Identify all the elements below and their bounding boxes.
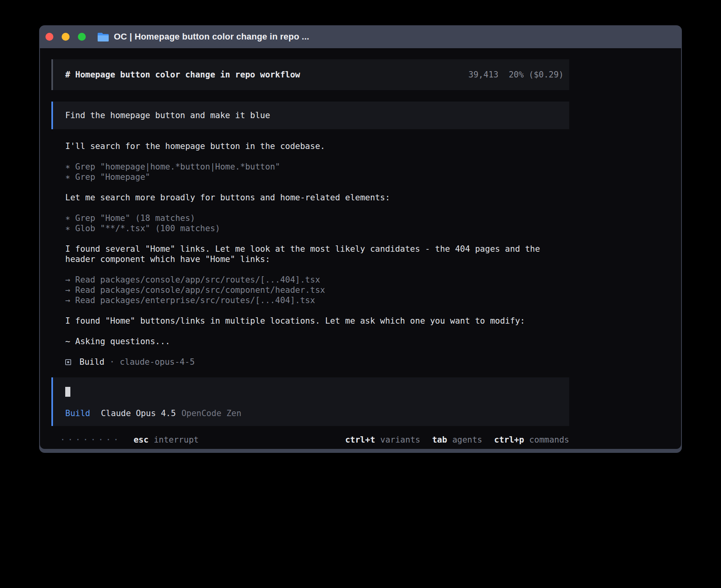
shortcut-variants[interactable]: ctrl+t variants (345, 435, 420, 445)
assistant-text: Let me search more broadly for buttons a… (65, 192, 561, 203)
mode-badge[interactable]: Build (65, 409, 90, 418)
provider-name: OpenCode Zen (181, 409, 242, 418)
prompt-input[interactable]: Build Claude Opus 4.5 OpenCode Zen (51, 377, 569, 426)
tool-call-grep: ∗ Grep "Home" (18 matches) (65, 213, 561, 223)
assistant-text: I found "Home" buttons/links in multiple… (65, 316, 561, 326)
separator-dot: · (109, 357, 115, 367)
agent-mode-icon (65, 359, 71, 365)
assistant-text: I'll search for the homepage button in t… (65, 141, 561, 151)
context-cost: 20% ($0.29) (509, 70, 564, 79)
folder-icon (98, 32, 109, 41)
window-title: OC | Homepage button color change in rep… (114, 32, 309, 42)
tool-call-grep: ∗ Grep "homepage|home.*button|Home.*butt… (65, 162, 561, 172)
agent-status-line: Build · claude-opus-4-5 (65, 357, 561, 367)
status-asking-questions: ~ Asking questions... (65, 336, 561, 347)
minimize-button[interactable] (62, 33, 70, 41)
status-footer: ········ esc interrupt ctrl+t variants t… (51, 435, 569, 445)
esc-shortcut-label: interrupt (154, 435, 199, 445)
tool-call-read: → Read packages/console/app/src/routes/[… (65, 275, 561, 285)
shortcut-agents[interactable]: tab agents (432, 435, 482, 445)
terminal-pane: # Homepage button color change in repo w… (40, 48, 681, 449)
window-titlebar[interactable]: OC | Homepage button color change in rep… (39, 25, 682, 48)
text-cursor (65, 387, 70, 397)
esc-shortcut-key[interactable]: esc (134, 435, 149, 445)
token-count: 39,413 (468, 70, 498, 79)
footer-shortcuts: ctrl+t variants tab agents ctrl+p comman… (345, 435, 569, 445)
close-button[interactable] (45, 33, 53, 41)
model-name[interactable]: Claude Opus 4.5 (101, 409, 176, 418)
app-window: OC | Homepage button color change in rep… (39, 25, 682, 453)
input-status-bar: Build Claude Opus 4.5 OpenCode Zen (65, 409, 569, 418)
shortcut-commands[interactable]: ctrl+p commands (494, 435, 569, 445)
agent-model: claude-opus-4-5 (120, 357, 195, 367)
agent-name: Build (79, 357, 104, 367)
assistant-text: I found several "Home" links. Let me loo… (65, 244, 561, 264)
tool-call-glob: ∗ Glob "**/*.tsx" (100 matches) (65, 223, 561, 234)
tool-call-read: → Read packages/console/app/src/componen… (65, 285, 561, 295)
user-message: Find the homepage button and make it blu… (51, 102, 569, 129)
tool-call-grep: ∗ Grep "Homepage" (65, 172, 561, 182)
zoom-button[interactable] (78, 33, 86, 41)
session-stats: 39,413 20% ($0.29) (468, 70, 564, 79)
session-title: # Homepage button color change in repo w… (65, 70, 468, 79)
conversation-transcript: I'll search for the homepage button in t… (51, 141, 569, 367)
session-header: # Homepage button color change in repo w… (51, 59, 569, 90)
user-message-text: Find the homepage button and make it blu… (65, 111, 270, 120)
tool-call-read: → Read packages/enterprise/src/routes/[.… (65, 295, 561, 305)
traffic-lights (45, 33, 86, 41)
activity-spinner: ········ (60, 435, 121, 445)
